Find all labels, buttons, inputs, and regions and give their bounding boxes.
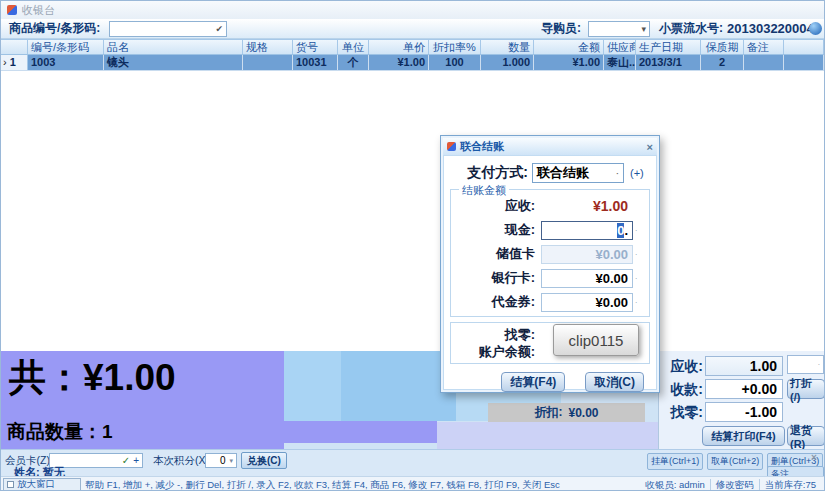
exchange-button[interactable]: 兑换(C) [241,452,287,469]
change-password-link[interactable]: 修改密码 [710,479,759,491]
header-price[interactable]: 单价 [369,40,429,54]
header-spec[interactable]: 规格 [243,40,293,54]
header-note[interactable]: 备注 [744,40,784,54]
header-discount-rate[interactable]: 折扣率% [429,40,481,54]
header-prod-date[interactable]: 生产日期 [636,40,701,54]
header-code[interactable]: 编号/条形码 [28,40,104,54]
grid-header-row: 编号/条形码 品名 规格 货号 单位 单价 折扣率% 数量 金额 供应商 生产日… [1,39,824,55]
zoom-window-toggle[interactable]: 放大窗口 [3,478,81,491]
panel-change-label: 找零: [661,404,703,422]
chevron-down-icon[interactable]: ▾ [641,24,646,34]
settle-amount-group: 结账金额 应收: ¥1.00 现金: 0. · 储值卡 ¥0.00 · [450,189,650,317]
panel-receivable-field: 1.00 [705,356,783,376]
guide-select[interactable]: ▾ [588,21,650,37]
close-icon[interactable]: × [811,452,817,463]
current-stock: 当前库存:75 [759,479,821,491]
cash-rest-text: . [624,223,628,238]
cell-shelf-life[interactable]: 2 [701,55,744,70]
cell-qty[interactable]: 1.000 [481,55,534,70]
cell-prod-date[interactable]: 2013/3/1 [636,55,701,70]
refund-button[interactable]: 退货(R) [787,426,825,446]
pay-method-label: 支付方式: [444,164,528,182]
voucher-input[interactable]: ¥0.00 [541,293,633,312]
points-field[interactable]: 0 ▾ [205,453,237,468]
grand-total-value: ¥1.00 [83,357,176,398]
panel-change-field: -1.00 [705,402,783,422]
dialog-icon [447,142,456,151]
info-icon[interactable] [809,22,822,35]
cell-discount-rate[interactable]: 100 [429,55,481,70]
cell-unit[interactable]: 个 [338,55,369,70]
dot-caret-icon[interactable]: · [635,275,637,282]
hold-order-button[interactable]: 挂单(Ctrl+1) [647,453,703,470]
receipt-no-value: 201303220004 [727,21,814,36]
header-filler [784,40,824,54]
table-row[interactable]: › 1 1003 镜头 10031 个 ¥1.00 100 1.000 ¥1.0… [1,55,824,71]
item-count-value: 1 [102,421,113,442]
header-amount[interactable]: 金额 [534,40,604,54]
cell-note[interactable] [744,55,784,70]
header-unit[interactable]: 单位 [338,40,369,54]
cash-input[interactable]: 0. [541,221,633,240]
dot-caret-icon[interactable]: · [635,227,637,234]
cashier-label: 收银员: [645,479,676,490]
bottom-zone: 共：¥1.00 商品数量：1 折扣: ¥0.00 应收: 1.00 · 收款: … [1,351,824,449]
dot-caret-icon: · [635,251,637,258]
check-icon[interactable]: ✔ [215,24,223,34]
status-bar: 放大窗口 帮助 F1, 增加 +, 减少 -, 删行 Del, 打折 /, 录入… [1,476,824,491]
bank-card-input[interactable]: ¥0.00 [541,269,633,288]
top-toolbar: 商品编号/条形码: ✔ 导购员: ▾ 小票流水号: 201303220004 [1,19,824,39]
check-icon: ✓ [122,455,130,466]
pay-method-select[interactable]: 联合结账 · [532,163,624,183]
payment-panel: 应收: 1.00 · 收款: +0.00 打折(/) 找零: -1.00 结算打… [658,351,825,449]
zoom-window-label: 放大窗口 [17,478,55,491]
header-shelf-life[interactable]: 保质期 [701,40,744,54]
cell-code[interactable]: 1003 [28,55,104,70]
cell-amount[interactable]: ¥1.00 [534,55,604,70]
header-supplier[interactable]: 供应商 [604,40,636,54]
bg-band [284,421,437,443]
panel-receivable-label: 应收: [661,358,703,376]
settle-print-button[interactable]: 结算打印(F4) [702,426,785,446]
header-artno[interactable]: 货号 [293,40,338,54]
add-pay-method-button[interactable]: (+) [630,167,644,179]
product-code-input[interactable]: ✔ [109,21,227,37]
tooltip: clip0115 [553,324,639,356]
bank-card-label: 银行卡: [455,269,535,287]
dialog-buttons: 结算(F4) 取消(C) [444,364,656,392]
header-name[interactable]: 品名 [104,40,243,54]
retrieve-order-button[interactable]: 取单(Ctrl+2) [707,453,763,470]
chevron-down-icon[interactable]: · [616,169,619,178]
cell-spec[interactable] [243,55,293,70]
panel-received-field[interactable]: +0.00 [705,379,783,399]
chevron-down-icon[interactable]: ▾ [229,457,233,465]
balance-label: 账户余额: [455,343,535,361]
cell-filler [784,55,824,70]
cell-artno[interactable]: 10031 [293,55,338,70]
checkbox-icon[interactable] [7,481,14,488]
cell-name[interactable]: 镜头 [104,55,243,70]
dialog-title-bar[interactable]: 联合结账 × [443,138,657,155]
guide-label: 导购员: [541,20,581,37]
stored-card-field: ¥0.00 [541,245,633,264]
panel-mini-combo[interactable]: · [787,355,824,374]
item-count-label: 商品数量： [7,421,102,442]
settle-button[interactable]: 结算(F4) [501,372,565,392]
points-value: 0 [220,455,226,466]
cell-supplier[interactable]: 泰山... [604,55,636,70]
grand-total-label: 共： [9,357,83,398]
dot-caret-icon[interactable]: · [818,361,820,368]
header-rownum [1,40,28,54]
item-count: 商品数量：1 [7,419,113,445]
cash-selected-text: 0 [617,223,624,238]
cell-price[interactable]: ¥1.00 [369,55,429,70]
cancel-button[interactable]: 取消(C) [585,372,644,392]
app-icon [7,5,17,15]
discount-button[interactable]: 打折(/) [787,379,825,399]
close-icon[interactable]: × [647,141,653,153]
plus-icon[interactable]: + [133,455,139,466]
dot-caret-icon[interactable]: · [635,299,637,306]
member-bar: 会员卡(Z): ✓ + 本次积分(X): 0 ▾ 兑换(C) 姓名: 暂无 挂单… [1,449,824,476]
bg-band [437,422,658,449]
header-qty[interactable]: 数量 [481,40,534,54]
